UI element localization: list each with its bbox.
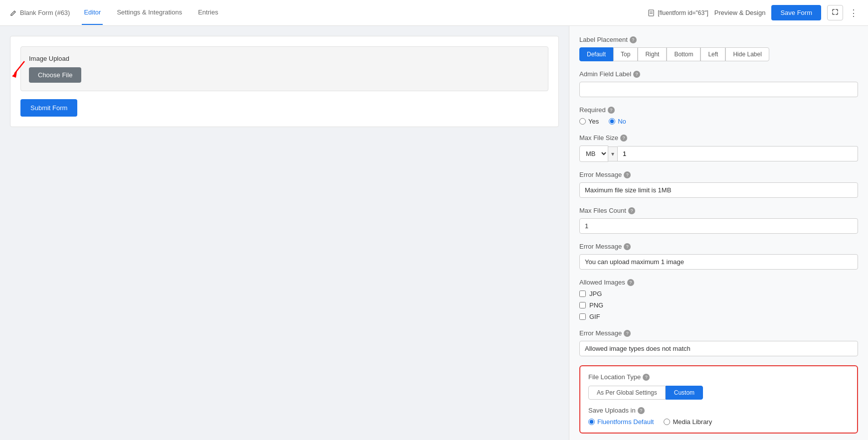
placement-left-btn[interactable]: Left — [700, 47, 725, 61]
max-files-count-label: Max Files Count ? — [579, 207, 858, 214]
file-location-type-box: File Location Type ? As Per Global Setti… — [579, 365, 858, 434]
form-id-badge: [fluentform id="63"] — [648, 9, 708, 16]
max-files-count-section: Max Files Count ? — [579, 207, 858, 234]
error-message-3-info-icon[interactable]: ? — [624, 330, 631, 337]
allowed-images-section: Allowed Images ? JPG PNG GIF — [579, 279, 858, 320]
tab-settings[interactable]: Settings & Integrations — [115, 0, 184, 25]
file-size-unit-select[interactable]: MB KB — [579, 146, 608, 162]
brand-label: Blank Form (#63) — [20, 9, 70, 16]
allowed-png-checkbox[interactable]: PNG — [579, 301, 858, 309]
form-canvas: Image Upload Choose File Submit Form — [10, 36, 559, 127]
allowed-images-label: Allowed Images ? — [579, 279, 858, 286]
placement-top-btn[interactable]: Top — [613, 47, 638, 61]
admin-field-label-info-icon[interactable]: ? — [633, 71, 640, 78]
placement-hide-label-btn[interactable]: Hide Label — [725, 47, 769, 61]
allowed-gif-checkbox[interactable]: GIF — [579, 313, 858, 320]
file-size-input[interactable] — [618, 146, 858, 161]
save-uploads-info-icon[interactable]: ? — [638, 407, 645, 414]
allowed-jpg-checkbox[interactable]: JPG — [579, 290, 858, 297]
error-message-1-label: Error Message ? — [579, 171, 858, 178]
error-message-2-info-icon[interactable]: ? — [624, 243, 631, 250]
error-message-3-section: Error Message ? Allowed image types does… — [579, 329, 858, 356]
required-yes-radio[interactable]: Yes — [579, 118, 599, 125]
as-per-global-settings-btn[interactable]: As Per Global Settings — [588, 386, 666, 400]
error-message-2-label: Error Message ? — [579, 243, 858, 250]
image-upload-field: Image Upload Choose File — [20, 46, 548, 91]
main-layout: Image Upload Choose File Submit Form Lab… — [0, 26, 868, 440]
max-file-size-section: Max File Size ? MB KB ▾ — [579, 134, 858, 162]
svg-line-3 — [14, 61, 24, 74]
save-uploads-label: Save Uploads in ? — [588, 407, 849, 414]
save-uploads-radio-group: Fluentforms Default Media Library — [588, 418, 849, 426]
placement-default-btn[interactable]: Default — [579, 47, 613, 61]
required-radio-group: Yes No — [579, 118, 858, 125]
preview-design-button[interactable]: Preview & Design — [714, 9, 766, 16]
label-placement-info-icon[interactable]: ? — [630, 36, 637, 43]
svg-marker-4 — [12, 71, 17, 78]
svg-rect-0 — [649, 10, 654, 16]
field-label: Image Upload — [29, 55, 540, 62]
error-message-3-input[interactable]: Allowed image types does not match — [579, 341, 858, 356]
custom-btn[interactable]: Custom — [666, 386, 703, 400]
label-placement-section: Label Placement ? Default Top Right Bott… — [579, 36, 858, 61]
required-label: Required ? — [579, 106, 858, 114]
submit-form-block: Submit Form — [20, 99, 548, 117]
label-placement-btn-group: Default Top Right Bottom Left Hide Label — [579, 47, 858, 61]
file-location-type-info-icon[interactable]: ? — [643, 374, 650, 381]
choose-file-button[interactable]: Choose File — [29, 67, 81, 83]
file-location-type-label: File Location Type ? — [588, 373, 849, 381]
expand-icon — [832, 8, 839, 15]
error-message-3-label: Error Message ? — [579, 329, 858, 337]
placement-bottom-btn[interactable]: Bottom — [667, 47, 700, 61]
max-file-size-label: Max File Size ? — [579, 134, 858, 142]
file-size-row: MB KB ▾ — [579, 146, 858, 162]
error-message-1-info-icon[interactable]: ? — [624, 171, 631, 178]
submit-form-button[interactable]: Submit Form — [20, 99, 77, 117]
unit-chevron-icon: ▾ — [608, 147, 618, 161]
error-message-1-input[interactable]: Maximum file size limit is 1MB — [579, 182, 858, 198]
fluentforms-default-radio[interactable]: Fluentforms Default — [588, 418, 654, 426]
more-options-button[interactable]: ⋮ — [849, 7, 858, 18]
save-form-button[interactable]: Save Form — [771, 5, 821, 20]
media-library-radio[interactable]: Media Library — [664, 418, 712, 426]
max-files-count-input[interactable] — [579, 218, 858, 234]
right-panel: Label Placement ? Default Top Right Bott… — [569, 26, 868, 440]
error-message-2-input[interactable]: You can upload maximum 1 image — [579, 254, 858, 270]
required-no-radio[interactable]: No — [609, 118, 626, 125]
admin-field-label-label: Admin Field Label ? — [579, 70, 858, 78]
file-location-btn-group: As Per Global Settings Custom — [588, 386, 849, 400]
admin-field-label-section: Admin Field Label ? — [579, 70, 858, 97]
label-placement-label: Label Placement ? — [579, 36, 858, 43]
max-file-size-info-icon[interactable]: ? — [620, 135, 627, 142]
error-message-1-section: Error Message ? Maximum file size limit … — [579, 171, 858, 198]
file-icon — [648, 9, 655, 16]
expand-button[interactable] — [827, 5, 843, 20]
max-files-count-info-icon[interactable]: ? — [628, 207, 635, 214]
red-arrow-icon — [12, 59, 27, 79]
tab-editor[interactable]: Editor — [82, 0, 103, 25]
nav-brand[interactable]: Blank Form (#63) — [10, 9, 70, 16]
required-section: Required ? Yes No — [579, 106, 858, 125]
editor-area: Image Upload Choose File Submit Form — [0, 26, 569, 440]
nav-right: [fluentform id="63"] Preview & Design Sa… — [648, 5, 858, 20]
top-nav: Blank Form (#63) Editor Settings & Integ… — [0, 0, 868, 26]
admin-field-label-input[interactable] — [579, 82, 858, 97]
placement-right-btn[interactable]: Right — [638, 47, 667, 61]
edit-icon — [10, 9, 17, 16]
tab-entries[interactable]: Entries — [196, 0, 220, 25]
form-id-text: [fluentform id="63"] — [658, 9, 708, 16]
required-info-icon[interactable]: ? — [608, 107, 615, 114]
error-message-2-section: Error Message ? You can upload maximum 1… — [579, 243, 858, 270]
allowed-images-info-icon[interactable]: ? — [627, 279, 634, 286]
allowed-images-list: JPG PNG GIF — [579, 290, 858, 320]
